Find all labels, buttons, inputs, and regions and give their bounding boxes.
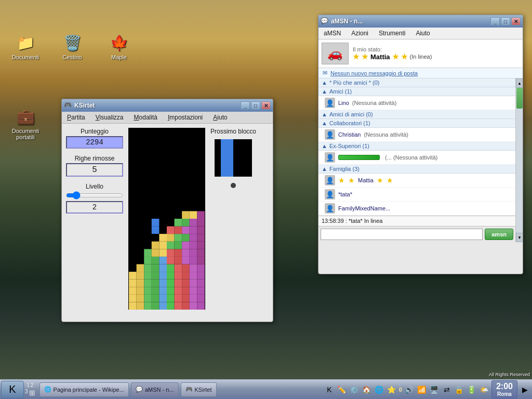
svg-rect-89: [152, 219, 159, 227]
amsn-close-btn[interactable]: ✕: [511, 17, 521, 25]
dot-1: [231, 183, 236, 188]
svg-rect-31: [129, 280, 137, 287]
tray-icon-k[interactable]: K: [324, 384, 335, 395]
ksirtet-close-btn[interactable]: ✕: [261, 101, 271, 110]
contact-group-amici[interactable]: ▲ Amici (1): [318, 87, 515, 96]
desktop-icon-documenti[interactable]: 📁 Documenti: [7, 30, 44, 62]
amsn-scroll-thumb[interactable]: [516, 88, 523, 109]
taskbar-btn-wikipedia[interactable]: 🌐 Pagina principale - Wikipe...: [39, 382, 129, 397]
svg-rect-22: [137, 287, 144, 295]
svg-rect-51: [137, 264, 144, 272]
svg-rect-46: [167, 272, 175, 280]
taskbar-btn-ksirtet[interactable]: 🎮 KSirtet: [181, 382, 217, 397]
contact-group-ex-superiori[interactable]: ▲ Ex-Superiori (1): [318, 142, 515, 151]
svg-rect-102: [197, 211, 205, 219]
svg-rect-96: [175, 219, 182, 227]
ksirtet-menu-aiuto[interactable]: Aiuto: [210, 113, 230, 122]
svg-rect-55: [167, 264, 175, 272]
tray-icon-battery[interactable]: 🔋: [467, 384, 477, 395]
contact-status-ex1: (... (Nessuna attività): [385, 154, 437, 161]
tray-icon-pencil[interactable]: ✏️: [337, 384, 347, 395]
svg-rect-61: [152, 257, 159, 264]
contact-ex-superiori-1[interactable]: 👤 (... (Nessuna attività): [318, 151, 515, 165]
svg-rect-73: [182, 249, 190, 257]
contact-avatar-christian: 👤: [325, 129, 335, 140]
amsn-mail-text[interactable]: Nessun nuovo messaggio di posta: [330, 70, 418, 76]
tray-icon-star[interactable]: ⭐: [387, 384, 397, 395]
desktop-icon-documenti-portatili[interactable]: 💼 Documenti portatili: [7, 104, 44, 142]
svg-rect-97: [182, 219, 190, 227]
amsn-titlebar[interactable]: 💬 aMSN - n... _ □ ✕: [318, 15, 523, 28]
level-label: Livello: [66, 183, 123, 190]
tray-icon-monitor[interactable]: 🖥️: [429, 384, 440, 395]
ksirtet-minimize-btn[interactable]: _: [241, 101, 250, 110]
contact-tata[interactable]: 👤 *tata*: [318, 188, 515, 202]
desktop-icon-cestino[interactable]: 🗑️ Cestino: [54, 30, 90, 62]
amsn-send-button[interactable]: amsn: [485, 229, 513, 240]
svg-rect-59: [197, 264, 205, 272]
tray-icon-lock[interactable]: 🔒: [454, 384, 464, 395]
taskbar-start-button[interactable]: K: [1, 381, 24, 398]
contact-mattia-famiglia[interactable]: 👤 ★ ★ Mattia ★ ★: [318, 174, 515, 188]
svg-rect-39: [190, 280, 197, 287]
ksirtet-menu-modalita[interactable]: Modalità: [131, 113, 161, 122]
tray-icon-house[interactable]: 🏠: [362, 384, 372, 395]
svg-rect-43: [144, 272, 152, 280]
amsn-status-area: Il mio stato: ★ ★ Mattia ★ ★ (In linea): [353, 46, 520, 61]
svg-rect-9: [190, 302, 197, 310]
svg-rect-34: [152, 280, 159, 287]
desktop-icon-maple[interactable]: 🍁 Maple: [101, 30, 137, 62]
svg-rect-77: [159, 242, 167, 249]
amsn-menu-azioni[interactable]: Azioni: [348, 29, 371, 38]
amsn-menu-aiuto[interactable]: Aiuto: [413, 29, 433, 38]
contact-family-mixed[interactable]: 👤 FamilyMixedName...: [318, 202, 515, 216]
svg-rect-21: [129, 287, 137, 295]
amsn-scroll-down-btn[interactable]: ▼: [516, 233, 523, 242]
svg-rect-76: [152, 242, 159, 249]
level-slider[interactable]: [66, 191, 123, 200]
contact-group-famiglia[interactable]: ▲ Famiglia (3): [318, 165, 515, 174]
tray-icon-network[interactable]: 📶: [417, 384, 427, 395]
contact-christian[interactable]: 👤 Christian (Nessuna attività): [318, 128, 515, 142]
svg-rect-50: [197, 272, 205, 280]
mail-icon: ✉: [323, 70, 327, 76]
svg-rect-47: [175, 272, 182, 280]
tray-icon-gear[interactable]: ⚙️: [349, 384, 360, 395]
tray-icon-sun[interactable]: 🌤️: [479, 384, 489, 395]
tray-icon-arrows[interactable]: ⇄: [442, 384, 452, 395]
ksirtet-menubar: Partita Visualizza Modalità Impostazioni…: [62, 112, 273, 124]
ksirtet-menu-visualizza[interactable]: Visualizza: [92, 113, 127, 122]
contact-avatar-mattia: 👤: [325, 175, 335, 185]
amsn-maximize-btn[interactable]: □: [501, 17, 510, 25]
taskbar-btn-amsn[interactable]: 💬 aMSN - n...: [131, 382, 179, 397]
contact-group-piu-che-amici[interactable]: ▲ * Più che amici * (0): [318, 78, 515, 87]
ksirtet-maximize-btn[interactable]: □: [251, 101, 260, 110]
contact-avatar-lino: 👤: [325, 98, 335, 108]
svg-rect-68: [144, 249, 152, 257]
clock-time: 2:00: [496, 382, 513, 391]
amsn-scrollbar[interactable]: ▲ ▼: [515, 78, 523, 242]
contact-group-collaboratori[interactable]: ▲ Collaboratori (1): [318, 119, 515, 128]
svg-rect-84: [167, 234, 175, 242]
amsn-minimize-btn[interactable]: _: [490, 17, 500, 25]
tray-icon-expand[interactable]: ▶: [520, 384, 530, 395]
group-arrow-5: ▲: [322, 143, 327, 149]
svg-rect-80: [182, 242, 190, 249]
amsn-menu-amsn[interactable]: aMSN: [321, 29, 344, 38]
tray-icon-speaker[interactable]: 🔊: [404, 384, 415, 395]
ksirtet-menu-impostazioni[interactable]: Impostazioni: [165, 113, 206, 122]
amsn-menu-strumenti[interactable]: Strumenti: [376, 29, 408, 38]
svg-rect-29: [190, 287, 197, 295]
ksirtet-titlebar[interactable]: 🎮 KSirtet _ □ ✕: [62, 99, 273, 112]
svg-rect-56: [175, 264, 182, 272]
tetris-canvas-svg: [128, 128, 205, 310]
contact-group-amici-di-amici[interactable]: ▲ Amici di amici (0): [318, 110, 515, 119]
next-block-label: Prossimo blocco: [210, 128, 256, 135]
svg-rect-92: [175, 227, 182, 234]
contact-lino[interactable]: 👤 Lino (Nessuna attività): [318, 96, 515, 110]
ksirtet-menu-partita[interactable]: Partita: [64, 113, 88, 122]
amsn-scroll-up-btn[interactable]: ▲: [516, 78, 523, 88]
amsn-message-input[interactable]: [321, 229, 483, 240]
tray-icon-globe[interactable]: 🌐: [374, 384, 384, 395]
svg-rect-54: [159, 264, 167, 272]
